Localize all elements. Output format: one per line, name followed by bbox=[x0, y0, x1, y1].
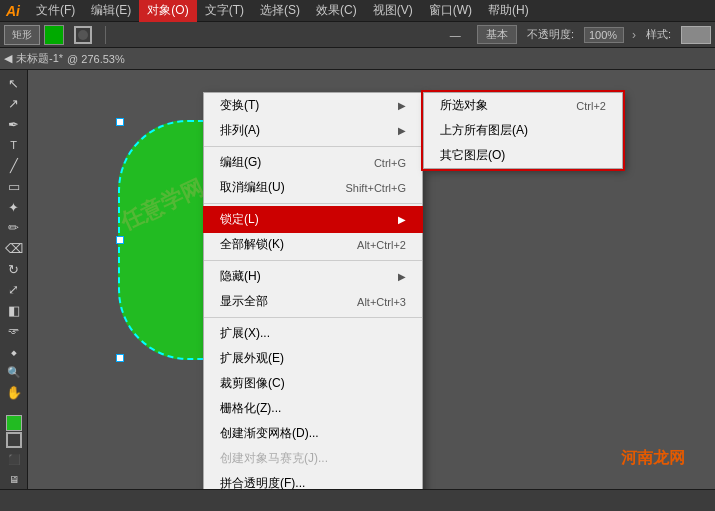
sep1 bbox=[204, 146, 422, 147]
menu-transform[interactable]: 变换(T) ▶ bbox=[204, 93, 422, 118]
menu-help[interactable]: 帮助(H) bbox=[480, 0, 537, 22]
zoom-tool[interactable]: 🔍 bbox=[3, 363, 25, 382]
menu-edit[interactable]: 编辑(E) bbox=[83, 0, 139, 22]
menu-gradient-mesh[interactable]: 创建渐变网格(D)... bbox=[204, 421, 422, 446]
object-menu[interactable]: 变换(T) ▶ 排列(A) ▶ 编组(G) Ctrl+G 取消编组(U) Shi… bbox=[203, 92, 423, 489]
toolbar-separator bbox=[105, 26, 106, 44]
stroke-color[interactable] bbox=[68, 24, 98, 46]
lock-submenu[interactable]: 所选对象 Ctrl+2 上方所有图层(A) 其它图层(O) bbox=[423, 92, 623, 169]
menu-bar: Ai 文件(F) 编辑(E) 对象(O) 文字(T) 选择(S) 效果(C) 视… bbox=[0, 0, 715, 22]
menu-rasterize[interactable]: 栅格化(Z)... bbox=[204, 396, 422, 421]
brush-tool[interactable]: ✦ bbox=[3, 198, 25, 217]
canvas-area: 任意学网 河南龙网 变换(T) ▶ 排列(A) ▶ 编组(G) Ctrl+G bbox=[28, 70, 715, 489]
hand-tool[interactable]: ✋ bbox=[3, 384, 25, 403]
menu-expand[interactable]: 扩展(X)... bbox=[204, 321, 422, 346]
screen-mode-icon[interactable]: 🖥 bbox=[3, 470, 25, 489]
style-swatch[interactable] bbox=[681, 26, 711, 44]
menu-ungroup[interactable]: 取消编组(U) Shift+Ctrl+G bbox=[204, 175, 422, 200]
menu-crop-image[interactable]: 裁剪图像(C) bbox=[204, 371, 422, 396]
select-tool[interactable]: ↖ bbox=[3, 74, 25, 93]
basic-button[interactable]: 基本 bbox=[477, 25, 517, 44]
arrow-lock: ▶ bbox=[398, 214, 406, 225]
status-bar bbox=[0, 489, 715, 511]
menu-file[interactable]: 文件(F) bbox=[28, 0, 83, 22]
rotate-tool[interactable]: ↻ bbox=[3, 260, 25, 279]
main-area: ↖ ↗ ✒ T ╱ ▭ ✦ ✏ ⌫ ↻ ⤢ ◧ 🖙 ⬥ 🔍 ✋ ⬛ 🖥 bbox=[0, 70, 715, 489]
menu-show-all[interactable]: 显示全部 Alt+Ctrl+3 bbox=[204, 289, 422, 314]
arrow-arrange: ▶ bbox=[398, 125, 406, 136]
tools-panel: ↖ ↗ ✒ T ╱ ▭ ✦ ✏ ⌫ ↻ ⤢ ◧ 🖙 ⬥ 🔍 ✋ ⬛ 🖥 bbox=[0, 70, 28, 489]
scale-tool[interactable]: ⤢ bbox=[3, 280, 25, 299]
text-tool[interactable]: T bbox=[3, 136, 25, 155]
blend-tool[interactable]: ⬥ bbox=[3, 342, 25, 361]
toolbar: 矩形 — 基本 不透明度: 100% › 样式: bbox=[0, 22, 715, 48]
doc-name: 未标题-1* bbox=[16, 51, 63, 66]
fill-tool[interactable] bbox=[6, 415, 22, 431]
menu-flatten[interactable]: 拼合透明度(F)... bbox=[204, 471, 422, 489]
menu-select[interactable]: 选择(S) bbox=[252, 0, 308, 22]
color-mode-icon[interactable]: ⬛ bbox=[3, 450, 25, 469]
menu-effect[interactable]: 效果(C) bbox=[308, 0, 365, 22]
menu-group[interactable]: 编组(G) Ctrl+G bbox=[204, 150, 422, 175]
opacity-input[interactable]: 100% bbox=[584, 27, 624, 43]
doc-bar: ◀ 未标题-1* @ 276.53% bbox=[0, 48, 715, 70]
menu-view[interactable]: 视图(V) bbox=[365, 0, 421, 22]
pen-tool[interactable]: ✒ bbox=[3, 115, 25, 134]
pencil-tool[interactable]: ✏ bbox=[3, 218, 25, 237]
menu-text[interactable]: 文字(T) bbox=[197, 0, 252, 22]
arrow-hide: ▶ bbox=[398, 271, 406, 282]
sep3 bbox=[204, 260, 422, 261]
doc-zoom: @ 276.53% bbox=[67, 53, 125, 65]
menu-object[interactable]: 对象(O) bbox=[139, 0, 196, 22]
brand-text: 河南龙网 bbox=[621, 448, 685, 469]
rect-tool[interactable]: ▭ bbox=[3, 177, 25, 196]
sep2 bbox=[204, 203, 422, 204]
menu-window[interactable]: 窗口(W) bbox=[421, 0, 480, 22]
eraser-tool[interactable]: ⌫ bbox=[3, 239, 25, 258]
basic-label: — bbox=[444, 27, 473, 43]
menu-mosaic[interactable]: 创建对象马赛克(J)... bbox=[204, 446, 422, 471]
app-logo: Ai bbox=[2, 3, 24, 19]
lock-other-layers[interactable]: 其它图层(O) bbox=[424, 143, 622, 168]
fill-color[interactable] bbox=[44, 25, 64, 45]
handle-mid-left[interactable] bbox=[116, 236, 124, 244]
eyedropper-tool[interactable]: 🖙 bbox=[3, 322, 25, 341]
shape-selector[interactable]: 矩形 bbox=[4, 25, 40, 45]
stroke-tool[interactable] bbox=[6, 432, 22, 448]
opacity-label: 不透明度: bbox=[521, 25, 580, 44]
menu-lock[interactable]: 锁定(L) ▶ bbox=[204, 207, 422, 232]
menu-unlock-all[interactable]: 全部解锁(K) Alt+Ctrl+2 bbox=[204, 232, 422, 257]
lock-selected[interactable]: 所选对象 Ctrl+2 bbox=[424, 93, 622, 118]
sep4 bbox=[204, 317, 422, 318]
gradient-tool[interactable]: ◧ bbox=[3, 301, 25, 320]
handle-top-left[interactable] bbox=[116, 118, 124, 126]
direct-select-tool[interactable]: ↗ bbox=[3, 95, 25, 114]
arrow-transform: ▶ bbox=[398, 100, 406, 111]
menu-expand-appearance[interactable]: 扩展外观(E) bbox=[204, 346, 422, 371]
arrow-icon: › bbox=[632, 28, 636, 42]
lock-above[interactable]: 上方所有图层(A) bbox=[424, 118, 622, 143]
line-tool[interactable]: ╱ bbox=[3, 157, 25, 176]
handle-bottom-left[interactable] bbox=[116, 354, 124, 362]
style-label: 样式: bbox=[640, 25, 677, 44]
menu-arrange[interactable]: 排列(A) ▶ bbox=[204, 118, 422, 143]
menu-hide[interactable]: 隐藏(H) ▶ bbox=[204, 264, 422, 289]
doc-arrow[interactable]: ◀ bbox=[4, 52, 12, 65]
